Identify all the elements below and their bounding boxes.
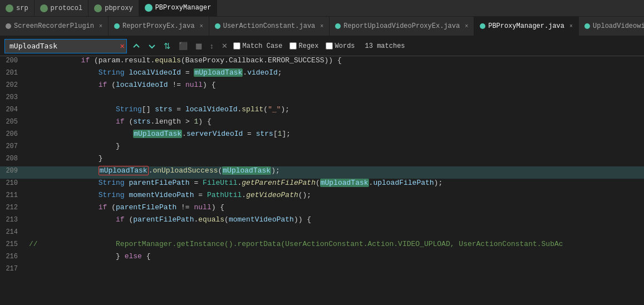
- tab-label-pbproxy: pbproxy: [105, 4, 132, 12]
- table-row: 203: [0, 93, 644, 105]
- tab-label-pbproxymanager: PBProxyManager: [155, 4, 212, 12]
- file-tab-label-pbproxymanager-file: PBProxyManager.java: [488, 22, 564, 30]
- line-number: 201: [0, 69, 27, 77]
- tab-label-protocol: protocol: [51, 4, 83, 12]
- search-clear-button[interactable]: ✕: [120, 41, 125, 51]
- file-tab-close-screenrecorder[interactable]: ×: [99, 23, 102, 29]
- line-number: 200: [0, 57, 27, 65]
- line-number: 207: [0, 142, 27, 150]
- code-area: 200 if (param.result.equals(BaseProxy.Ca…: [0, 56, 644, 305]
- table-row: 206 mUploadTask.serverVideoId = strs[1];: [0, 130, 644, 142]
- regex-option[interactable]: Regex: [289, 42, 319, 50]
- file-tab-icon-screenrecorder: [6, 23, 11, 29]
- line-content: [27, 264, 644, 273]
- words-label: Words: [335, 42, 355, 50]
- file-tab-uploadvideo[interactable]: UploadVideowithShareDialog ×: [579, 17, 644, 36]
- table-row: 213 if (parentFilePath.equals(momentVide…: [0, 215, 644, 228]
- line-content: if (parentFilePath.equals(momentVideoPat…: [27, 215, 644, 224]
- line-number: 214: [0, 228, 27, 236]
- line-content: }: [27, 154, 644, 163]
- next-match-button[interactable]: [146, 41, 158, 51]
- search-input[interactable]: [4, 39, 127, 53]
- line-number: 213: [0, 216, 27, 224]
- file-tab-close-reportproxyex[interactable]: ×: [200, 23, 203, 29]
- line-content: mUploadTask.onUploadSuccess(mUploadTask)…: [27, 166, 644, 175]
- table-row: 204 String[] strs = localVideoId.split("…: [0, 105, 644, 117]
- line-content: if (parentFilePath != null) {: [27, 203, 644, 211]
- line-content: } else {: [27, 252, 644, 260]
- file-tab-icon-reportupload: [335, 23, 341, 29]
- tab-srp[interactable]: srp: [0, 0, 35, 17]
- tab-icon-pbproxy: [94, 4, 102, 12]
- file-tab-close-pbproxymanager[interactable]: ×: [569, 23, 573, 29]
- match-case-checkbox[interactable]: [233, 42, 240, 50]
- file-tab-label-reportupload: ReportUploadVideoProxyEx.java: [343, 22, 460, 30]
- tab-icon-pbproxymanager: [145, 4, 153, 12]
- file-tab-useractionconstant[interactable]: UserActionConstant.java ×: [209, 17, 330, 36]
- table-row: 217: [0, 264, 644, 277]
- file-tab-reportupload[interactable]: ReportUploadVideoProxyEx.java ×: [330, 17, 474, 36]
- line-content: // ReportManager.getInstance().reportDat…: [27, 240, 644, 248]
- table-row: 209 mUploadTask.onUploadSuccess(mUploadT…: [0, 166, 644, 179]
- table-row: 200 if (param.result.equals(BaseProxy.Ca…: [0, 56, 644, 68]
- file-tab-close-reportupload[interactable]: ×: [465, 23, 468, 29]
- table-row: 216 } else {: [0, 252, 644, 264]
- regex-checkbox[interactable]: [289, 42, 297, 50]
- table-row: 210 String parentFilePath = FileUtil.get…: [0, 179, 644, 191]
- line-number: 204: [0, 106, 27, 114]
- search-bar: ✕ ⇅ ⬛ ▦ ↕ ✕ Match Case Regex Words 13 ma…: [0, 36, 644, 56]
- match-case-option[interactable]: Match Case: [233, 42, 283, 50]
- file-tab-icon-reportproxyex: [114, 23, 120, 29]
- line-number: 216: [0, 253, 27, 260]
- table-row: 207 }: [0, 142, 644, 154]
- line-content: }: [27, 142, 644, 150]
- file-tab-close-useractionconstant[interactable]: ×: [320, 23, 323, 29]
- search-filter-button[interactable]: ⬛: [176, 41, 190, 51]
- file-tab-screenrecorder[interactable]: ScreenRecorderPlugin ×: [0, 17, 109, 36]
- line-content: String[] strs = localVideoId.split("_");: [27, 105, 644, 114]
- prev-match-button[interactable]: [130, 41, 142, 51]
- line-content: if (param.result.equals(BaseProxy.Callba…: [27, 56, 644, 65]
- line-number: 206: [0, 130, 27, 138]
- tab-icon-protocol: [40, 4, 48, 12]
- file-tab-pbproxymanager[interactable]: PBProxyManager.java ×: [474, 17, 579, 36]
- file-tab-icon-useractionconstant: [215, 23, 220, 29]
- file-tab-reportproxyex[interactable]: ReportProxyEx.java ×: [109, 17, 209, 36]
- line-content: String momentVideoPath = PathUtil.getVid…: [27, 191, 644, 199]
- search-wrap-button[interactable]: ⇅: [161, 40, 173, 52]
- line-number: 217: [0, 265, 27, 273]
- tab-pbproxy[interactable]: pbproxy: [89, 0, 139, 17]
- tab-pbproxymanager[interactable]: PBProxyManager: [139, 0, 218, 17]
- regex-label: Regex: [299, 42, 319, 50]
- tab-bar: srp protocol pbproxy PBProxyManager: [0, 0, 644, 17]
- file-tab-label-uploadvideo: UploadVideowithShareDialog: [593, 22, 644, 30]
- table-row: 208 }: [0, 154, 644, 166]
- search-input-wrapper: ✕: [4, 39, 127, 53]
- line-content: String localVideoId = mUploadTask.videoI…: [27, 68, 644, 77]
- line-number: 215: [0, 240, 27, 248]
- words-option[interactable]: Words: [326, 42, 355, 50]
- table-row: 211 String momentVideoPath = PathUtil.ge…: [0, 191, 644, 203]
- line-number: 211: [0, 191, 27, 199]
- line-number: 203: [0, 94, 27, 101]
- search-options: Match Case Regex Words 13 matches: [233, 42, 405, 50]
- match-count: 13 matches: [365, 42, 405, 50]
- search-close-button[interactable]: ✕: [219, 41, 230, 51]
- table-row: 214: [0, 228, 644, 240]
- match-case-label: Match Case: [243, 42, 283, 50]
- search-expand-button[interactable]: ↕: [208, 41, 216, 51]
- tab-icon-srp: [6, 4, 13, 12]
- line-number: 202: [0, 81, 27, 89]
- line-content: [27, 93, 644, 101]
- table-row: 215 // ReportManager.getInstance().repor…: [0, 240, 644, 252]
- table-row: 201 String localVideoId = mUploadTask.vi…: [0, 68, 644, 81]
- tab-protocol[interactable]: protocol: [35, 0, 89, 17]
- words-checkbox[interactable]: [326, 42, 333, 50]
- file-tab-icon-uploadvideo: [584, 23, 590, 29]
- table-row: 212 if (parentFilePath != null) {: [0, 203, 644, 215]
- line-content: String parentFilePath = FileUtil.getPare…: [27, 179, 644, 187]
- table-row: 202 if (localVideoId != null) {: [0, 81, 644, 93]
- file-tab-label-useractionconstant: UserActionConstant.java: [223, 22, 316, 30]
- search-in-selection-button[interactable]: ▦: [193, 41, 204, 51]
- line-number: 209: [0, 167, 27, 175]
